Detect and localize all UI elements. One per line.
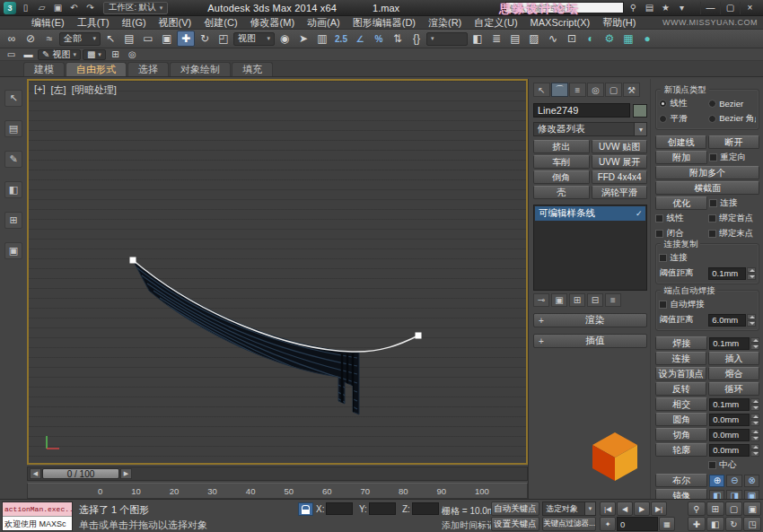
connect-copy-threshold-spinner[interactable]: 0.1mm: [708, 267, 756, 280]
material-editor-icon[interactable]: ◐: [582, 31, 600, 47]
spinner-arrows[interactable]: [750, 337, 759, 350]
time-slider[interactable]: ◀ 0 / 100 ▶: [27, 467, 528, 481]
auto-weld-checkbox[interactable]: 自动焊接: [659, 299, 756, 310]
select-and-scale-icon[interactable]: ◰: [215, 31, 232, 47]
align-icon[interactable]: ≣: [487, 31, 505, 47]
graphite-ribbon-toggle-icon[interactable]: ▨: [525, 31, 543, 47]
make-first-button[interactable]: 设为首顶点: [655, 367, 706, 380]
add-time-tag[interactable]: 添加时间标记: [442, 519, 496, 532]
key-mode-toggle[interactable]: ✦: [600, 517, 616, 531]
layer-manager-icon[interactable]: ▤: [506, 31, 524, 47]
listener-script-line[interactable]: 欢迎使用 MAXSc: [3, 517, 72, 531]
boolean-union-icon[interactable]: ⊕: [709, 475, 724, 487]
zoom-extents-all-icon[interactable]: ▣: [743, 501, 761, 516]
turbosmooth-button[interactable]: 涡轮平滑: [592, 186, 648, 199]
cross-insert-button[interactable]: 相交: [655, 397, 707, 411]
time-slider-next-button[interactable]: ▶: [120, 468, 132, 479]
menu-item[interactable]: 组(G): [116, 16, 153, 30]
viewport-menu-view[interactable]: [左]: [51, 83, 66, 97]
connect-copy-checkbox[interactable]: 连接: [659, 252, 756, 264]
tab-freeform[interactable]: 自由形式: [66, 62, 127, 76]
rendered-frame-window-icon[interactable]: ▦: [619, 31, 637, 47]
track-bar[interactable]: 0102030405060708090100: [27, 483, 528, 499]
create-tab-icon[interactable]: ↖: [533, 83, 550, 97]
key-filters-button[interactable]: 关键点过滤器...: [542, 517, 596, 531]
maximize-viewport-toggle-icon[interactable]: ◳: [743, 517, 761, 531]
unwrap-uvw-button[interactable]: UVW 展开: [592, 155, 648, 169]
previous-frame-button[interactable]: ◀: [617, 501, 633, 516]
chevron-down-icon[interactable]: ▼: [635, 122, 647, 136]
tab-modeling[interactable]: 建模: [23, 62, 65, 76]
zoom-region-icon[interactable]: ◧: [706, 517, 724, 531]
curve-editor-icon[interactable]: ∿: [544, 31, 562, 47]
menu-item[interactable]: 动画(A): [301, 16, 346, 30]
reverse-button[interactable]: 反转: [655, 382, 706, 396]
close-button[interactable]: ×: [740, 2, 759, 14]
cross-section-button[interactable]: 横截面: [655, 181, 759, 195]
break-button[interactable]: 断开: [708, 135, 759, 149]
named-selection-sets-dropdown[interactable]: ▾: [426, 32, 468, 46]
search-icon[interactable]: ⚲: [626, 2, 641, 14]
outline-spinner[interactable]: 0.0mm: [709, 444, 759, 457]
spinner-arrows[interactable]: [747, 267, 756, 280]
selection-lock-toggle[interactable]: [298, 502, 313, 516]
radio-bezier[interactable]: Bezier: [708, 99, 756, 109]
tab-selection[interactable]: 选择: [127, 62, 169, 76]
menu-item[interactable]: 自定义(U): [468, 16, 523, 30]
orbit-icon[interactable]: ↻: [725, 517, 743, 531]
render-setup-icon[interactable]: ⚙: [601, 31, 618, 47]
motion-tab-icon[interactable]: ◎: [587, 83, 604, 97]
fuse-button[interactable]: 熔合: [708, 367, 759, 380]
percent-snap-icon[interactable]: %: [370, 31, 388, 47]
schematic-view-icon[interactable]: ⊡: [563, 31, 581, 47]
brush-options-dropdown[interactable]: ▩▾: [83, 49, 106, 60]
menu-item[interactable]: 创建(C): [197, 16, 243, 30]
time-slider-previous-button[interactable]: ◀: [30, 468, 41, 479]
tab-object-paint[interactable]: 对象绘制: [170, 62, 231, 76]
pencil-icon[interactable]: ✎: [4, 151, 22, 168]
uvw-map-button[interactable]: UVW 贴图: [592, 140, 648, 153]
modify-tab-icon[interactable]: ⌒: [551, 83, 568, 97]
unlink-selection-icon[interactable]: ⊘: [22, 31, 39, 47]
marquee-rect-icon[interactable]: ▭: [4, 49, 19, 60]
mirror-icon[interactable]: ◧: [469, 31, 487, 47]
spinner-arrows[interactable]: [747, 314, 756, 327]
grid-align-icon[interactable]: ⊞: [108, 49, 123, 60]
show-end-result-icon[interactable]: ▣: [551, 293, 567, 307]
cycle-button[interactable]: 循环: [708, 382, 759, 396]
stack-item-toggle-icon[interactable]: ✓: [636, 209, 643, 218]
menu-item[interactable]: 视图(V): [153, 16, 198, 30]
stack-item-editable-spline[interactable]: 可编辑样条线 ✓: [535, 206, 645, 221]
key-filter-selection-dropdown[interactable]: 选定对象 ▼: [542, 501, 596, 516]
list-icon[interactable]: ▤: [4, 120, 22, 137]
bind-to-space-warp-icon[interactable]: ≈: [40, 31, 58, 47]
select-and-move-icon[interactable]: ✚: [177, 31, 195, 47]
viewport-left[interactable]: [+] [左] [明暗处理]: [27, 79, 528, 465]
pan-icon[interactable]: ✚: [688, 517, 706, 531]
display-square-icon[interactable]: ▣: [4, 242, 22, 259]
menu-item[interactable]: 编辑(E): [25, 16, 71, 30]
save-file-icon[interactable]: ▣: [50, 2, 66, 14]
snaps-toggle-icon[interactable]: 2.5: [332, 31, 350, 47]
communication-center-icon[interactable]: ▤: [642, 2, 657, 14]
boolean-intersect-icon[interactable]: ⊗: [744, 475, 759, 487]
go-to-start-button[interactable]: |◀: [600, 501, 616, 516]
minimize-button[interactable]: —: [700, 2, 720, 14]
configure-modifier-sets-icon[interactable]: ≡: [605, 293, 621, 307]
soft-selection-icon[interactable]: ◎: [125, 49, 140, 60]
modifier-stack[interactable]: 可编辑样条线 ✓: [533, 205, 647, 291]
y-coordinate-field[interactable]: [369, 502, 396, 515]
new-scene-icon[interactable]: ▯: [18, 2, 33, 14]
ffd-button[interactable]: FFD 4x4x4: [592, 170, 648, 184]
bind-last-checkbox[interactable]: 绑定末点: [708, 228, 759, 240]
select-and-manipulate-icon[interactable]: ➤: [294, 31, 312, 47]
zoom-all-icon[interactable]: ⊞: [706, 501, 724, 516]
auto-weld-threshold-spinner[interactable]: 6.0mm: [708, 314, 756, 327]
edit-named-selection-sets-icon[interactable]: {}: [408, 31, 425, 47]
center-checkbox[interactable]: 中心: [708, 459, 759, 471]
spinner-arrows[interactable]: [750, 429, 759, 441]
draw-on-surface-dropdown[interactable]: ✎视图▾: [38, 49, 81, 60]
rollout-interpolation[interactable]: + 插值: [533, 334, 647, 348]
object-color-swatch[interactable]: [633, 104, 647, 118]
menu-item[interactable]: 渲染(R): [422, 16, 468, 30]
